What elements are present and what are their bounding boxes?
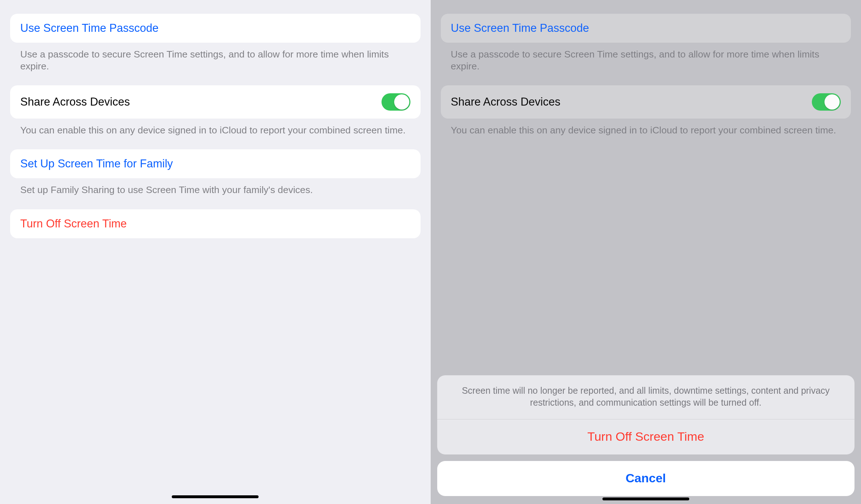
- share-across-devices-row: Share Across Devices: [441, 85, 851, 119]
- share-across-devices-toggle: [812, 93, 841, 111]
- turn-off-action-sheet: Screen time will no longer be reported, …: [437, 375, 855, 496]
- screen-time-settings-pane-confirm: Use Screen Time Passcode Use a passcode …: [431, 0, 861, 504]
- action-sheet-group: Screen time will no longer be reported, …: [437, 375, 855, 455]
- turn-off-screen-time-button[interactable]: Turn Off Screen Time: [10, 209, 421, 238]
- share-across-devices-toggle[interactable]: [382, 93, 410, 111]
- setup-family-button[interactable]: Set Up Screen Time for Family: [10, 149, 421, 178]
- action-sheet-message: Screen time will no longer be reported, …: [437, 375, 855, 419]
- use-screen-time-passcode-button[interactable]: Use Screen Time Passcode: [10, 14, 421, 43]
- share-footnote: You can enable this on any device signed…: [441, 119, 851, 136]
- screen-time-settings-pane: Use Screen Time Passcode Use a passcode …: [0, 0, 431, 504]
- family-footnote: Set up Family Sharing to use Screen Time…: [10, 178, 421, 196]
- share-across-devices-row: Share Across Devices: [10, 85, 421, 119]
- settings-list: Use Screen Time Passcode Use a passcode …: [0, 0, 431, 238]
- share-footnote: You can enable this on any device signed…: [10, 119, 421, 136]
- home-indicator[interactable]: [602, 497, 689, 500]
- settings-list-dimmed: Use Screen Time Passcode Use a passcode …: [431, 0, 861, 136]
- home-indicator[interactable]: [172, 495, 259, 498]
- confirm-turn-off-button[interactable]: Turn Off Screen Time: [437, 419, 855, 454]
- use-screen-time-passcode-button: Use Screen Time Passcode: [441, 14, 851, 43]
- passcode-footnote: Use a passcode to secure Screen Time set…: [10, 43, 421, 72]
- passcode-footnote: Use a passcode to secure Screen Time set…: [441, 43, 851, 72]
- share-across-devices-label: Share Across Devices: [20, 95, 130, 108]
- share-across-devices-label: Share Across Devices: [451, 95, 560, 108]
- cancel-button[interactable]: Cancel: [437, 461, 855, 496]
